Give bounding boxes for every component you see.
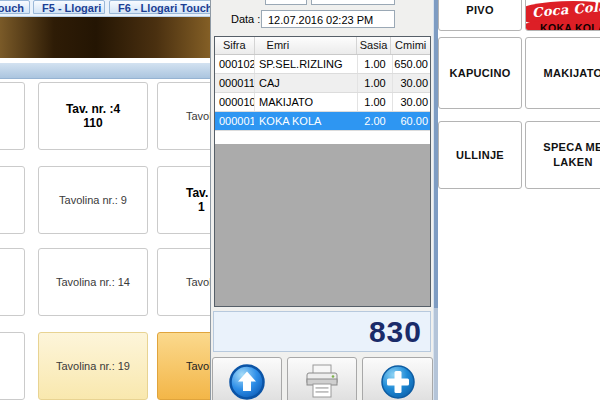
order-table-body: 000102 SP.SEL.RIZLING 1.00 650.00 000011…	[215, 55, 430, 131]
table-button-label: Tavolina nr.: 9	[59, 193, 127, 207]
table-button-partial[interactable]	[0, 82, 25, 150]
table-button-tavolina-14[interactable]: Tavolina nr.: 14	[38, 248, 148, 316]
printer-icon	[302, 363, 342, 400]
cell-sasia: 2.00	[358, 112, 393, 130]
total-box: 830	[213, 311, 431, 352]
up-arrow-icon	[228, 363, 266, 400]
product-label: SPECA ME LAKEN	[532, 140, 600, 170]
header-sifra[interactable]: Sifra	[215, 37, 255, 54]
order-table-row[interactable]: 000011 CAJ 1.00 30.00	[215, 74, 430, 93]
date-field[interactable]: 12.07.2016 02:23 PM	[261, 10, 395, 28]
cell-cmimi: 30.00	[393, 74, 430, 92]
product-label: MAKIJATO	[544, 66, 600, 81]
order-dialog: Arka : 1 Data : 12.07.2016 02:23 PM Sifr…	[210, 0, 433, 400]
panel-splitter[interactable]	[433, 0, 438, 400]
order-table-row[interactable]: 000001 KOKA KOLA 2.00 60.00	[215, 112, 430, 131]
empty-table-row	[215, 131, 430, 144]
table-button-partial[interactable]	[0, 166, 25, 234]
product-label: ULLINJE	[456, 148, 504, 163]
table-button-amount: 1	[198, 200, 205, 214]
product-label: KOKA KOLA	[526, 21, 600, 31]
cell-sasia: 1.00	[358, 93, 393, 111]
product-button-kapucino[interactable]: KAPUCINO	[438, 37, 522, 109]
table-button-label: Tav. nr. :4	[66, 102, 120, 116]
cell-emri: CAJ	[255, 74, 358, 92]
product-button-koka-kola[interactable]: Coca Cola KOKA KOLA	[525, 0, 600, 31]
products-panel: SKOPSKO PIVO Coca Cola KOKA KOLA KAPUCIN…	[437, 0, 600, 400]
date-label: Data :	[231, 13, 260, 25]
tab-f5-llogari[interactable]: F5 - Llogari	[33, 0, 105, 14]
tab-touch[interactable]: Touch	[0, 0, 30, 14]
header-cmimi[interactable]: Cmimi	[391, 37, 430, 54]
cell-emri: SP.SEL.RIZLING	[255, 55, 358, 73]
print-button[interactable]	[287, 357, 357, 400]
submit-order-button[interactable]	[212, 357, 282, 400]
cell-sasia: 1.00	[358, 55, 393, 73]
total-amount: 830	[369, 315, 422, 349]
table-button-label: Tavolina nr.: 19	[56, 359, 130, 373]
product-button-speca-me-laken[interactable]: SPECA ME LAKEN	[525, 121, 600, 189]
cell-sifra: 000102	[215, 55, 255, 73]
arka-secondary-input[interactable]	[311, 0, 395, 5]
table-button-amount: 110	[83, 116, 102, 130]
cell-cmimi: 30.00	[393, 93, 430, 111]
cell-sifra: 000001	[215, 112, 255, 130]
table-button-partial[interactable]	[0, 332, 25, 400]
table-button-label: Tav.	[186, 186, 208, 200]
table-button-label: Tavol	[186, 109, 212, 123]
tab-f6-llogari-touch[interactable]: F6 - Llogari Touch	[109, 0, 213, 14]
add-item-button[interactable]	[362, 357, 433, 400]
order-table-row[interactable]: 000010 MAKIJATO 1.00 30.00	[215, 93, 430, 112]
header-sasia[interactable]: Sasia	[357, 37, 392, 54]
table-button-tav-4[interactable]: Tav. nr. :4 110	[38, 82, 148, 150]
pos-app-window: Touch F5 - Llogari F6 - Llogari Touch Ta…	[0, 0, 600, 400]
table-button-label: Tavolina nr.: 14	[56, 275, 130, 289]
table-button-partial[interactable]	[0, 248, 25, 316]
cell-sifra: 000010	[215, 93, 255, 111]
table-button-tavolina-19[interactable]: Tavolina nr.: 19	[38, 332, 148, 400]
order-items-table: Sifra Emri Sasia Cmimi 000102 SP.SEL.RIZ…	[214, 36, 431, 307]
product-button-skopsko-pivo[interactable]: SKOPSKO PIVO	[438, 0, 522, 31]
header-emri[interactable]: Emri	[255, 37, 357, 54]
order-table-header: Sifra Emri Sasia Cmimi	[215, 37, 430, 55]
cell-cmimi: 60.00	[393, 112, 430, 130]
product-label: KAPUCINO	[449, 66, 510, 81]
order-table-row[interactable]: 000102 SP.SEL.RIZLING 1.00 650.00	[215, 55, 430, 74]
arka-label: Arka :	[231, 0, 260, 5]
product-label: SKOPSKO PIVO	[445, 0, 515, 18]
product-button-makijato[interactable]: MAKIJATO	[525, 37, 600, 109]
plus-icon	[379, 363, 417, 400]
cell-sasia: 1.00	[358, 74, 393, 92]
arka-input[interactable]: 1	[265, 0, 307, 5]
cell-emri: KOKA KOLA	[255, 112, 358, 130]
cell-sifra: 000011	[215, 74, 255, 92]
table-button-tavolina-9[interactable]: Tavolina nr.: 9	[38, 166, 148, 234]
product-button-ullinje[interactable]: ULLINJE	[438, 121, 522, 189]
cell-emri: MAKIJATO	[255, 93, 358, 111]
cell-cmimi: 650.00	[393, 55, 430, 73]
